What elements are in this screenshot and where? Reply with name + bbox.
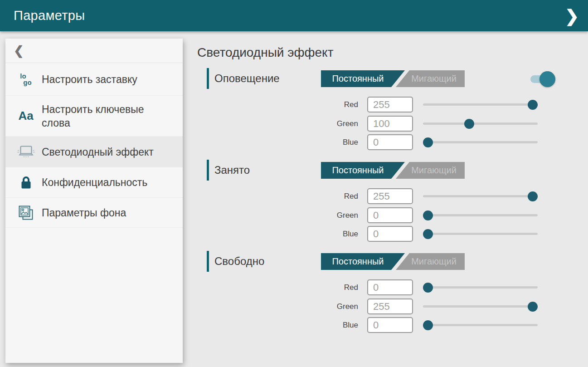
switch-knob	[539, 71, 555, 87]
sidebar-item-led-effect[interactable]: Светодиодный эффект	[5, 137, 183, 167]
slider-thumb[interactable]	[528, 302, 538, 312]
green-slider[interactable]	[423, 210, 538, 220]
mode-constant-button[interactable]: Постоянный	[321, 70, 405, 87]
slider-thumb[interactable]	[528, 100, 538, 110]
blue-value-input[interactable]	[367, 226, 413, 242]
blue-label: Blue	[290, 317, 358, 333]
monitor-icon	[15, 145, 36, 159]
green-label: Green	[290, 298, 358, 314]
slider-thumb[interactable]	[423, 320, 433, 330]
images-icon	[15, 205, 36, 221]
sidebar-item-screensaver[interactable]: lo go Настроить заставку	[5, 63, 183, 96]
rgb-row-blue: Blue	[290, 317, 539, 333]
mode-toggle: Постоянный Мигающий	[321, 70, 465, 87]
mode-constant-button[interactable]: Постоянный	[321, 162, 405, 179]
slider-thumb[interactable]	[464, 119, 474, 129]
sidebar-item-background[interactable]: Параметры фона	[5, 198, 183, 228]
green-slider[interactable]	[423, 118, 538, 129]
blue-label: Blue	[290, 134, 358, 150]
section-label: Оповещение	[214, 68, 280, 89]
accent-bar	[207, 251, 209, 272]
forward-chevron-icon[interactable]: ❯	[565, 7, 579, 24]
green-value-input[interactable]	[367, 116, 413, 132]
red-slider[interactable]	[423, 191, 538, 201]
rgb-row-red: Red	[290, 279, 539, 295]
section-label: Занято	[214, 160, 250, 181]
green-value-input[interactable]	[367, 298, 413, 314]
blue-slider[interactable]	[423, 137, 538, 147]
slider-thumb[interactable]	[423, 210, 433, 220]
section-label: Свободно	[214, 251, 264, 272]
mode-toggle: Постоянный Мигающий	[321, 253, 465, 270]
rgb-row-red: Red	[290, 97, 539, 113]
mode-constant-button[interactable]: Постоянный	[321, 253, 405, 270]
sidebar-item-label: Настроить ключевые слова	[42, 103, 155, 130]
alert-enable-switch[interactable]	[530, 71, 556, 87]
accent-bar	[207, 68, 209, 89]
app-header: Параметры ❯	[0, 0, 588, 31]
blue-value-input[interactable]	[367, 317, 413, 333]
settings-screen: Параметры ❯ ❮ lo go Настроить заставку A…	[0, 0, 588, 367]
slider-thumb[interactable]	[423, 229, 433, 239]
sidebar-item-keywords[interactable]: Aa Настроить ключевые слова	[5, 96, 183, 137]
lock-icon	[15, 176, 36, 190]
red-value-input[interactable]	[367, 279, 413, 295]
accent-bar	[207, 160, 209, 181]
sidebar-item-label: Настроить заставку	[42, 73, 137, 86]
blue-slider[interactable]	[423, 229, 538, 239]
blue-label: Blue	[290, 226, 358, 242]
page-title: Параметры	[14, 8, 85, 23]
red-slider[interactable]	[423, 282, 538, 293]
rgb-row-blue: Blue	[290, 226, 539, 242]
slider-thumb[interactable]	[528, 191, 538, 201]
mode-toggle: Постоянный Мигающий	[321, 162, 465, 179]
rgb-row-green: Green	[290, 298, 539, 314]
section-title: Светодиодный эффект	[197, 45, 334, 60]
sidebar-item-label: Светодиодный эффект	[42, 145, 154, 159]
green-label: Green	[290, 116, 358, 132]
sidebar-back-button[interactable]: ❮	[5, 39, 183, 63]
green-slider[interactable]	[423, 301, 538, 312]
keywords-aa-icon: Aa	[15, 109, 36, 123]
red-value-input[interactable]	[367, 97, 413, 113]
red-slider[interactable]	[423, 99, 538, 110]
blue-slider[interactable]	[423, 320, 538, 330]
green-label: Green	[290, 207, 358, 223]
settings-sidebar: ❮ lo go Настроить заставку Aa Настроить …	[5, 39, 183, 363]
green-value-input[interactable]	[367, 207, 413, 223]
rgb-row-green: Green	[290, 207, 539, 223]
sidebar-item-label: Конфиденциальность	[42, 176, 147, 189]
sidebar-item-label: Параметры фона	[42, 206, 126, 220]
rgb-row-blue: Blue	[290, 134, 539, 150]
rgb-row-green: Green	[290, 116, 539, 132]
slider-thumb[interactable]	[423, 283, 433, 293]
red-value-input[interactable]	[367, 188, 413, 204]
rgb-row-red: Red	[290, 188, 539, 204]
red-label: Red	[290, 97, 358, 113]
sidebar-item-privacy[interactable]: Конфиденциальность	[5, 167, 183, 198]
red-label: Red	[290, 188, 358, 204]
slider-thumb[interactable]	[423, 137, 433, 147]
logo-icon: lo go	[15, 73, 36, 86]
red-label: Red	[290, 279, 358, 295]
back-chevron-icon: ❮	[14, 44, 24, 58]
blue-value-input[interactable]	[367, 134, 413, 150]
